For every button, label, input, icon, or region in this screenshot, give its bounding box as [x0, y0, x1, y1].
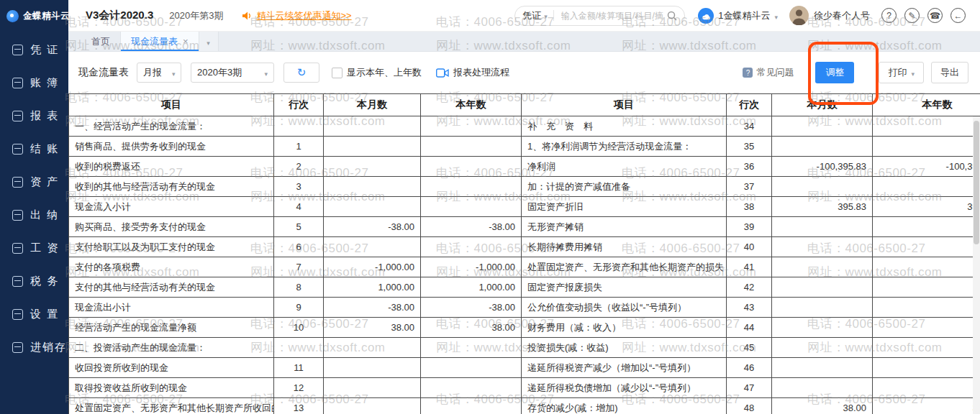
export-button[interactable]: 导出	[931, 62, 968, 83]
tab-cash-flow-statement[interactable]: 现金流量表	[121, 32, 199, 51]
line-no-cell: 46	[727, 358, 772, 378]
sidebar-item-reports[interactable]: 报 表	[0, 99, 68, 132]
line-no-cell: 3	[274, 177, 324, 197]
asset-icon	[12, 177, 23, 188]
faq-link[interactable]: 常见问题	[743, 66, 794, 79]
report-process-link[interactable]: 报表处理流程	[436, 66, 509, 79]
closing-icon	[12, 144, 23, 155]
month-amount-cell	[772, 277, 873, 298]
tab-dropdown-button[interactable]	[199, 32, 219, 51]
show-compare-checkbox[interactable]	[332, 68, 342, 78]
sidebar-item-tax[interactable]: 税 务	[0, 264, 68, 298]
sidebar: 金蝶精斗云 凭 证账 簿报 表结 账资 产出 纳工 资税 务设 置进销存	[0, 0, 68, 414]
refresh-button[interactable]	[283, 63, 319, 83]
sidebar-item-cashier[interactable]: 出 纳	[0, 198, 68, 231]
year-amount-cell	[421, 398, 522, 414]
month-amount-cell	[772, 177, 873, 197]
report-icon	[12, 111, 23, 121]
chevron-down-icon	[264, 68, 268, 78]
month-amount-cell	[772, 137, 873, 157]
line-no-cell: 34	[727, 116, 772, 137]
back-icon[interactable]: ←	[950, 8, 966, 23]
divider	[553, 10, 554, 21]
settings-icon	[12, 309, 23, 320]
item-cell: 净利润	[522, 157, 727, 177]
item-cell: 公允价值变动损失（收益以“-”号填列）	[522, 298, 727, 318]
line-no-cell: 6	[274, 237, 324, 257]
sidebar-item-closing[interactable]: 结 账	[0, 132, 68, 165]
year-amount-cell: 395.83	[873, 197, 980, 217]
line-no-cell: 38	[727, 197, 772, 217]
table-row: 支付给职工以及为职工支付的现金6	[69, 237, 522, 257]
item-cell: 支付给职工以及为职工支付的现金	[69, 237, 274, 257]
print-button[interactable]: 打印	[879, 62, 924, 83]
line-no-cell: 7	[274, 257, 324, 277]
year-amount-cell	[873, 318, 980, 338]
year-amount-cell	[421, 237, 522, 257]
item-cell: 递延所得税负债增加（减少以“-”号填列）	[522, 378, 727, 398]
tab-home[interactable]: 首页	[81, 32, 121, 51]
line-no-cell	[274, 338, 324, 358]
salary-icon	[12, 243, 23, 254]
month-amount-cell: -1,000.00	[324, 257, 421, 277]
item-cell: 购买商品、接受劳务支付的现金	[69, 217, 274, 237]
sidebar-item-label: 结 账	[30, 142, 59, 156]
year-amount-cell	[873, 358, 980, 378]
table-row: 一、经营活动产生的现金流量：	[69, 116, 522, 137]
sidebar-item-salary[interactable]: 工 资	[0, 231, 68, 264]
sidebar-item-settings[interactable]: 设 置	[0, 298, 68, 331]
sidebar-item-label: 出 纳	[30, 208, 59, 222]
table-row: 收到的其他与经营活动有关的现金3	[69, 177, 522, 197]
account-avatar	[698, 8, 714, 24]
adjust-button[interactable]: 调整	[815, 62, 854, 83]
col-header-item: 项目	[69, 94, 274, 116]
month-amount-cell	[772, 318, 873, 338]
help-icon[interactable]: ?	[881, 8, 897, 23]
line-no-cell: 48	[727, 398, 772, 414]
promo-notice-link[interactable]: 精斗云续签优惠通知>>	[256, 9, 351, 22]
line-no-cell: 13	[274, 398, 324, 414]
search-input[interactable]	[560, 10, 667, 22]
col-header-year: 本年数	[421, 94, 522, 116]
line-no-cell: 1	[274, 137, 324, 157]
sidebar-item-inventory[interactable]: 进销存	[0, 331, 68, 364]
year-amount-cell	[873, 237, 980, 257]
period-select[interactable]: 2020年3期	[191, 63, 274, 83]
search-category-select[interactable]: 凭证	[522, 9, 548, 22]
table-row: 处置固定资产、无形资产和其他长期资产所收回的13	[69, 398, 522, 414]
month-amount-cell	[772, 237, 873, 257]
voucher-icon	[12, 45, 23, 55]
month-amount-cell: 1,000.00	[324, 277, 421, 298]
user-profile[interactable]: 徐少春个人号	[789, 6, 870, 25]
scrollbar-thumb[interactable]	[974, 121, 979, 244]
chevron-down-icon	[172, 68, 176, 78]
app-logo[interactable]: 金蝶精斗云	[0, 0, 68, 32]
sidebar-item-assets[interactable]: 资 产	[0, 165, 68, 198]
ledger-icon	[12, 78, 23, 88]
year-amount-cell: 38.00	[873, 398, 980, 414]
period-type-select[interactable]: 月报	[137, 63, 181, 83]
item-cell: 收到的税费返还	[69, 157, 274, 177]
global-search[interactable]: 凭证	[514, 6, 685, 26]
service-icon[interactable]: ☎	[927, 8, 943, 23]
year-amount-cell: -38.00	[421, 298, 522, 318]
item-cell: 处置固定资产、无形资产和其他长期资产的损失	[522, 257, 727, 277]
feedback-icon[interactable]: ✎	[904, 8, 920, 23]
sidebar-item-label: 资 产	[30, 175, 59, 189]
table-row: 支付的其他与经营活动有关的现金81,000.001,000.00	[69, 277, 522, 298]
sidebar-item-books[interactable]: 账 簿	[0, 66, 68, 99]
year-amount-cell	[421, 177, 522, 197]
search-icon[interactable]	[667, 11, 677, 21]
sidebar-item-label: 报 表	[30, 109, 59, 123]
month-amount-cell	[324, 237, 421, 257]
col-header-month: 本月数	[772, 94, 873, 116]
tab-label: 现金流量表	[131, 35, 178, 48]
account-switcher[interactable]: 1金蝶精斗云	[698, 8, 778, 24]
vertical-scrollbar[interactable]	[973, 116, 980, 414]
month-amount-cell	[324, 398, 421, 414]
close-icon[interactable]	[183, 36, 189, 47]
line-no-cell: 44	[727, 318, 772, 338]
promo-notice[interactable]: 精斗云续签优惠通知>>	[242, 9, 351, 22]
sidebar-item-voucher[interactable]: 凭 证	[0, 33, 68, 66]
table-row: 收回投资所收到的现金11	[69, 358, 522, 378]
